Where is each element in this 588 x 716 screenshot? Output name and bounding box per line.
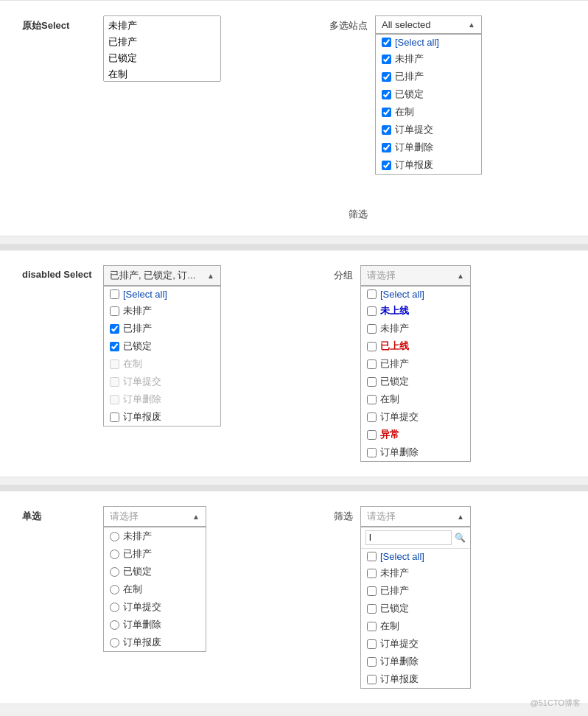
group-label: 分组 xyxy=(323,265,353,282)
single-item-3[interactable]: 已锁定 xyxy=(104,563,206,580)
disabled-item-2[interactable]: 已排产 xyxy=(104,320,220,337)
group-item-8[interactable]: 异常 xyxy=(361,426,470,443)
filter2-label-3: 已锁定 xyxy=(380,602,409,615)
disabled-item-7[interactable]: 订单报废 xyxy=(104,408,220,426)
filter2-label-2: 已排产 xyxy=(380,584,409,597)
station-cb-4[interactable] xyxy=(382,108,391,117)
group-label-2: 未排产 xyxy=(380,322,409,335)
single-radio-2[interactable] xyxy=(110,550,119,559)
group-cb-3[interactable] xyxy=(367,342,377,351)
station-cb-7[interactable] xyxy=(382,161,391,170)
filter2-item-1[interactable]: 未排产 xyxy=(361,564,470,582)
filter2-cb-2[interactable] xyxy=(367,586,377,596)
group-item-5[interactable]: 已锁定 xyxy=(361,373,470,390)
filter2-search-row: 🔍 xyxy=(361,527,470,549)
single-select-trigger[interactable]: 请选择 ▲ xyxy=(103,506,206,527)
disabled-select-all-cb[interactable] xyxy=(110,289,119,299)
group-item-1[interactable]: 未上线 xyxy=(361,302,470,320)
filter2-item-4[interactable]: 在制 xyxy=(361,617,470,635)
native-option-1[interactable]: 未排产 xyxy=(105,18,219,34)
station-item-4[interactable]: 在制 xyxy=(376,103,481,121)
group-cb-6[interactable] xyxy=(367,395,377,404)
station-cb-2[interactable] xyxy=(382,72,391,82)
filter2-item-6[interactable]: 订单删除 xyxy=(361,653,470,670)
disabled-item-3[interactable]: 已锁定 xyxy=(104,337,220,355)
filter2-placeholder: 请选择 xyxy=(367,510,396,523)
group-trigger[interactable]: 请选择 ▲ xyxy=(360,265,471,286)
native-option-4[interactable]: 在制 xyxy=(105,66,219,82)
group-item-2[interactable]: 未排产 xyxy=(361,320,470,337)
single-item-1[interactable]: 未排产 xyxy=(104,527,206,545)
disabled-cb-7[interactable] xyxy=(110,413,119,422)
filter2-item-5[interactable]: 订单提交 xyxy=(361,635,470,653)
group-item-4[interactable]: 已排产 xyxy=(361,355,470,373)
station-cb-1[interactable] xyxy=(382,55,391,64)
group-cb-5[interactable] xyxy=(367,377,377,387)
single-item-7[interactable]: 订单报废 xyxy=(104,633,206,651)
disabled-select-trigger[interactable]: 已排产, 已锁定, 订... ▲ xyxy=(103,265,221,286)
filter2-select-all-cb[interactable] xyxy=(367,552,377,561)
station-label-1: 未排产 xyxy=(395,52,424,66)
single-item-6[interactable]: 订单删除 xyxy=(104,616,206,633)
disabled-select-all-item[interactable]: [Select all] xyxy=(104,287,220,302)
filter2-cb-6[interactable] xyxy=(367,657,377,667)
native-option-2[interactable]: 已排产 xyxy=(105,34,219,50)
single-radio-5[interactable] xyxy=(110,603,119,612)
station-item-2[interactable]: 已排产 xyxy=(376,68,481,85)
station-item-7[interactable]: 订单报废 xyxy=(376,156,481,174)
filter2-item-3[interactable]: 已锁定 xyxy=(361,600,470,617)
multiselect-station-trigger[interactable]: All selected ▲ xyxy=(375,15,482,34)
filter2-search-input[interactable] xyxy=(365,530,452,545)
disabled-item-1[interactable]: 未排产 xyxy=(104,302,220,320)
single-item-5[interactable]: 订单提交 xyxy=(104,598,206,616)
filter2-cb-7[interactable] xyxy=(367,675,377,684)
station-select-all-checkbox[interactable] xyxy=(382,38,391,47)
filter2-cb-1[interactable] xyxy=(367,569,377,578)
filter2-label-5: 订单提交 xyxy=(380,637,419,650)
group-cb-9[interactable] xyxy=(367,448,377,457)
group-cb-8[interactable] xyxy=(367,430,377,440)
group-cb-2[interactable] xyxy=(367,324,377,334)
single-select-list: 未排产 已排产 已锁定 在制 xyxy=(103,527,206,652)
station-select-all-item[interactable]: [Select all] xyxy=(376,35,481,50)
group-cb-1[interactable] xyxy=(367,306,377,316)
station-item-6[interactable]: 订单删除 xyxy=(376,138,481,156)
station-cb-3[interactable] xyxy=(382,90,391,99)
station-item-5[interactable]: 订单提交 xyxy=(376,121,481,138)
filter2-cb-5[interactable] xyxy=(367,639,377,649)
station-cb-5[interactable] xyxy=(382,125,391,135)
station-item-3[interactable]: 已锁定 xyxy=(376,85,481,103)
single-item-2[interactable]: 已排产 xyxy=(104,545,206,563)
filter2-item-2[interactable]: 已排产 xyxy=(361,582,470,600)
group-item-3[interactable]: 已上线 xyxy=(361,337,470,355)
disabled-label-7: 订单报废 xyxy=(123,410,161,424)
disabled-cb-3[interactable] xyxy=(110,342,119,351)
single-radio-7[interactable] xyxy=(110,638,119,647)
filter2-item-7[interactable]: 订单报废 xyxy=(361,670,470,688)
single-radio-6[interactable] xyxy=(110,620,119,630)
filter2-cb-3[interactable] xyxy=(367,604,377,614)
native-option-3[interactable]: 已锁定 xyxy=(105,50,219,66)
filter2-trigger[interactable]: 请选择 ▲ xyxy=(360,506,471,527)
group-select-all-item[interactable]: [Select all] xyxy=(361,287,470,302)
single-radio-1[interactable] xyxy=(110,532,119,541)
group-item-7[interactable]: 订单提交 xyxy=(361,408,470,426)
group-label-5: 已锁定 xyxy=(380,375,409,388)
group-select-all-cb[interactable] xyxy=(367,289,377,299)
station-cb-6[interactable] xyxy=(382,143,391,152)
group-item-9[interactable]: 订单删除 xyxy=(361,443,470,461)
single-radio-4[interactable] xyxy=(110,585,119,594)
disabled-cb-1[interactable] xyxy=(110,306,119,316)
single-item-4[interactable]: 在制 xyxy=(104,580,206,598)
group-cb-7[interactable] xyxy=(367,413,377,422)
disabled-cb-2[interactable] xyxy=(110,324,119,334)
single-radio-3[interactable] xyxy=(110,567,119,577)
single-label-3: 已锁定 xyxy=(123,565,152,578)
filter2-cb-4[interactable] xyxy=(367,622,377,631)
station-item-1[interactable]: 未排产 xyxy=(376,50,481,68)
group-dropdown: 请选择 ▲ [Select all] 未上线 xyxy=(360,265,471,462)
group-cb-4[interactable] xyxy=(367,359,377,369)
group-item-6[interactable]: 在制 xyxy=(361,390,470,408)
native-select[interactable]: 未排产 已排产 已锁定 在制 xyxy=(103,15,221,82)
filter2-select-all-item[interactable]: [Select all] xyxy=(361,549,470,564)
